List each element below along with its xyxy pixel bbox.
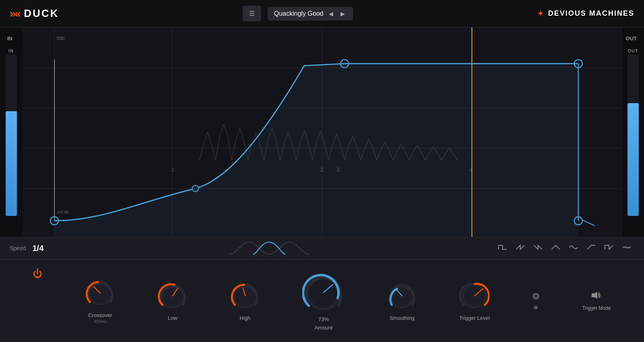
minus-inf-label: -inf db [56,209,69,214]
smoothing-knob-group: Smoothing [387,281,417,321]
vu-bar-left [6,55,17,216]
trigger-mode-label: Trigger Mode [582,305,611,311]
shape-custom1-button[interactable] [601,242,617,255]
svg-point-15 [192,185,199,192]
vu-meter-right: OUT [622,27,644,237]
speed-value[interactable]: 1/4 [32,244,44,253]
brand-name: DEVIOUS MACHINES [548,9,634,18]
low-label: Low [168,315,177,321]
logo-area: »« DUCK [10,7,59,20]
shape-env-up-button[interactable] [584,242,599,255]
brand-icon: ✦ [537,8,544,19]
duck-logo-icon: »« [10,7,20,20]
in-text-label: IN [7,35,12,41]
svg-marker-42 [592,292,597,299]
trigger-level-label: Trigger Level [459,315,490,321]
low-knob[interactable] [158,281,188,311]
amount-knob-group: 73% Amount [302,272,345,331]
speed-label: Speed [10,245,26,251]
shape-sine-button[interactable] [566,242,581,255]
vu-bar-right [627,55,639,216]
shape-buttons [495,242,634,255]
vu-fill-left [6,111,17,216]
header: »« DUCK ☰ Quackingly Good ◀ ▶ ✦ DEVIOUS … [0,0,644,27]
shape-saw-up-button[interactable] [513,242,528,255]
amount-label: Amount [314,325,332,331]
amount-pct: 73% [318,316,329,322]
shape-saw-down-button[interactable] [530,242,546,255]
low-knob-group: Low [158,281,188,321]
preset-area: Quackingly Good ◀ ▶ [268,7,353,21]
header-center: ☰ Quackingly Good ◀ ▶ [243,6,353,21]
shape-triangle-button[interactable] [548,242,563,255]
high-label: High [240,315,251,321]
crossover-knob[interactable] [85,278,115,308]
speed-wave-display [50,240,488,256]
svg-text:1: 1 [171,166,175,173]
duck-logo-text: DUCK [24,7,59,20]
display-area: IN OUT 0db 1 2 3 4 [0,27,644,237]
crossover-label: Crossover [88,312,112,318]
waveform-display: 1 2 3 4 [22,27,622,237]
out-label-vu: OUT [627,48,638,53]
preset-prev-button[interactable]: ◀ [327,10,335,17]
trigger-level-knob[interactable] [459,281,490,311]
odb-text: 0db [56,35,64,41]
power-button[interactable]: ⏻ [33,268,43,279]
menu-button[interactable]: ☰ [243,6,261,21]
high-knob-group: High [230,281,260,321]
in-label: IN [8,48,14,53]
speed-bar: Speed 1/4 [0,237,644,259]
settings-label: ⚙ [534,305,538,311]
brand-area: ✦ DEVIOUS MACHINES [537,8,634,19]
vu-meter-left: IN [0,27,22,237]
vu-fill-right [627,103,639,216]
trigger-level-knob-group: Trigger Level [459,281,490,321]
smoothing-knob[interactable] [387,281,417,311]
high-knob[interactable] [230,281,260,311]
bottom-controls: ⏻ Crossover 450Hz Low [0,259,644,342]
preset-next-button[interactable]: ▶ [339,10,347,17]
smoothing-label: Smoothing [389,315,414,321]
shape-stochastic-button[interactable] [619,242,634,255]
amount-knob[interactable] [302,272,345,314]
settings-button[interactable]: ⚙ [532,291,540,302]
shape-square-button[interactable] [495,242,510,255]
out-text-label: OUT [626,35,637,41]
trigger-mode-button[interactable] [591,291,602,302]
preset-name: Quackingly Good [274,10,324,17]
crossover-sublabel: 450Hz [94,319,107,324]
crossover-knob-group: Crossover 450Hz [85,278,115,324]
